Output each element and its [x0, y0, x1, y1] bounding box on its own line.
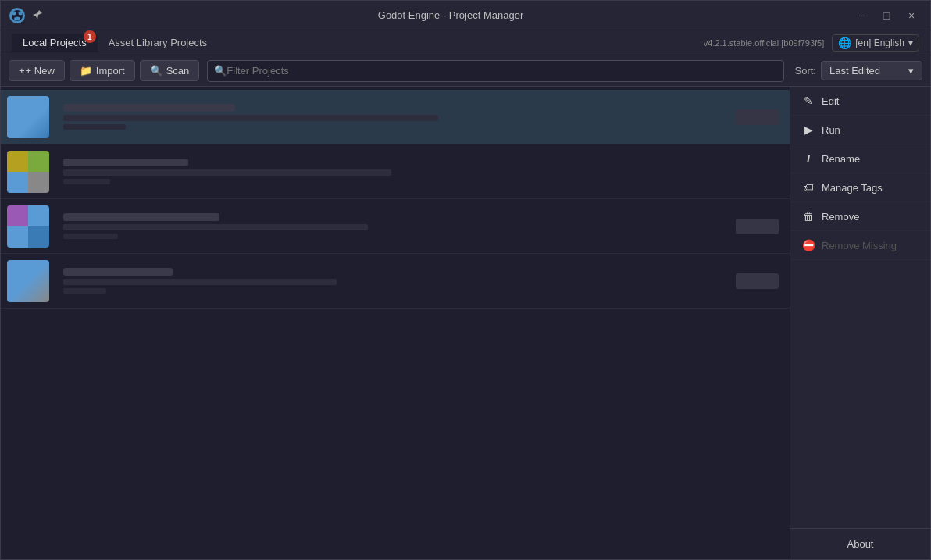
- project-date: [725, 254, 790, 308]
- date-value: [736, 273, 779, 289]
- project-name: [63, 104, 235, 112]
- project-icon-4: [1, 254, 55, 308]
- remove-button[interactable]: 🗑 Remove: [790, 202, 930, 231]
- svg-point-4: [14, 16, 20, 20]
- project-meta: [63, 288, 106, 294]
- tab-asset-library[interactable]: Asset Library Projects: [98, 34, 218, 52]
- right-panel: ✎ Edit ▶ Run I Rename 🏷 Manage Tags 🗑 Re…: [790, 87, 930, 559]
- plus-icon: +: [19, 65, 25, 77]
- run-button[interactable]: ▶ Run: [790, 116, 930, 144]
- project-path: [63, 224, 368, 230]
- search-icon: 🔍: [214, 65, 227, 77]
- project-meta: [63, 234, 118, 239]
- rename-icon: I: [801, 152, 815, 165]
- date-value: [736, 219, 779, 234]
- project-icon-1: [1, 90, 55, 144]
- svg-point-2: [12, 11, 16, 15]
- minimize-button[interactable]: −: [851, 5, 872, 27]
- project-path: [63, 279, 337, 285]
- project-name: [63, 268, 173, 276]
- globe-icon: 🌐: [838, 37, 851, 49]
- project-icon-2: [1, 144, 55, 198]
- titlebar: Godot Engine - Project Manager − □ ×: [1, 1, 930, 30]
- run-icon: ▶: [801, 123, 815, 136]
- project-info-2: [55, 144, 768, 198]
- project-path: [63, 169, 391, 176]
- maximize-button[interactable]: □: [876, 5, 897, 27]
- project-info-1: [55, 90, 725, 144]
- project-date: [725, 90, 790, 144]
- date-value: [736, 109, 779, 125]
- project-meta: [63, 124, 126, 130]
- list-item[interactable]: [1, 144, 790, 199]
- svg-point-3: [19, 11, 23, 15]
- remove-missing-button[interactable]: ⛔ Remove Missing: [790, 231, 930, 260]
- edit-button[interactable]: ✎ Edit: [790, 87, 930, 116]
- remove-missing-icon: ⛔: [801, 239, 815, 251]
- edit-icon: ✎: [801, 95, 815, 107]
- project-info-4: [55, 254, 725, 308]
- toolbar: + + New 📁 Import 🔍 Scan 🔍 Sort: Last Edi…: [1, 55, 930, 87]
- tabs-area: Local Projects 1 Asset Library Projects: [12, 34, 218, 52]
- scan-button[interactable]: 🔍 Scan: [140, 60, 200, 81]
- sort-area: Sort: Last Edited ▾: [795, 61, 922, 80]
- list-item[interactable]: [1, 90, 790, 144]
- language-selector[interactable]: 🌐 [en] English ▾: [832, 34, 919, 52]
- import-button[interactable]: 📁 Import: [70, 60, 135, 81]
- window-controls: − □ ×: [851, 5, 922, 27]
- sort-select[interactable]: Last Edited ▾: [821, 61, 922, 80]
- project-list[interactable]: [1, 87, 790, 559]
- app-logo: [9, 7, 26, 24]
- tag-icon: 🏷: [801, 181, 815, 194]
- project-meta: [63, 179, 110, 184]
- pin-icon[interactable]: [32, 9, 45, 22]
- list-item[interactable]: [1, 199, 790, 254]
- about-button[interactable]: About: [790, 528, 930, 559]
- project-name: [63, 213, 219, 221]
- list-item[interactable]: [1, 254, 790, 309]
- main-content: ✎ Edit ▶ Run I Rename 🏷 Manage Tags 🗑 Re…: [1, 87, 930, 559]
- trash-icon: 🗑: [801, 210, 815, 223]
- scan-icon: 🔍: [150, 65, 162, 77]
- version-text: v4.2.1.stable.official [b09f793f5]: [704, 38, 825, 48]
- version-bar: Local Projects 1 Asset Library Projects …: [1, 30, 930, 55]
- rename-button[interactable]: I Rename: [790, 144, 930, 173]
- project-icon-3: [1, 199, 55, 253]
- project-date: [768, 144, 790, 198]
- local-projects-badge: 1: [84, 30, 96, 43]
- filter-area[interactable]: 🔍: [207, 60, 783, 82]
- chevron-down-icon: ▾: [908, 37, 913, 48]
- project-date: [725, 199, 790, 253]
- window-title: Godot Engine - Project Manager: [51, 9, 851, 21]
- project-name: [63, 159, 188, 166]
- tab-local-projects[interactable]: Local Projects 1: [12, 34, 98, 52]
- project-info-3: [55, 199, 725, 253]
- manage-tags-button[interactable]: 🏷 Manage Tags: [790, 173, 930, 202]
- chevron-down-icon: ▾: [908, 65, 914, 77]
- folder-icon: 📁: [80, 65, 92, 77]
- close-button[interactable]: ×: [901, 5, 922, 27]
- project-path: [63, 115, 438, 121]
- spacer: [790, 260, 930, 528]
- new-button[interactable]: + + New: [9, 60, 65, 81]
- app-window: Godot Engine - Project Manager − □ × Loc…: [0, 0, 931, 560]
- filter-input[interactable]: [227, 65, 776, 77]
- sort-label: Sort:: [795, 65, 816, 77]
